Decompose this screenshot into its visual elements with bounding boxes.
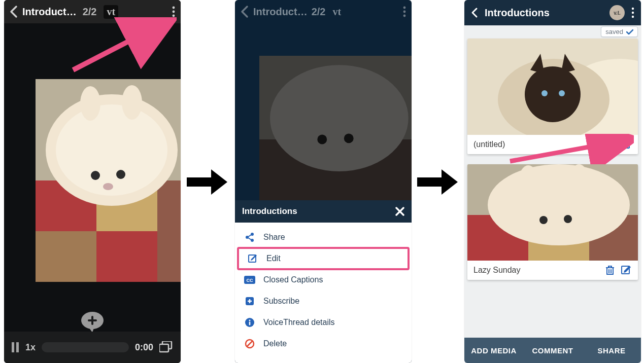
menu-item-details[interactable]: VoiceThread details [235, 312, 412, 333]
screen-player: Introduct… 2/2 vt [4, 0, 181, 363]
svg-point-77 [570, 164, 588, 193]
slide-thumbnail [467, 164, 638, 261]
comment-button[interactable]: COMMENT [523, 338, 582, 363]
svg-point-31 [270, 65, 409, 171]
player-stage[interactable] [4, 23, 181, 332]
edit-icon[interactable] [621, 265, 632, 276]
edit-icon[interactable] [621, 139, 632, 150]
player-bottombar: 1x 0:00 [4, 332, 181, 363]
svg-rect-21 [16, 342, 19, 352]
trash-icon[interactable] [604, 139, 616, 150]
back-icon [240, 5, 249, 18]
button-label: COMMENT [532, 346, 573, 355]
svg-point-54 [632, 16, 634, 18]
saved-indicator: saved [601, 26, 638, 37]
share-button[interactable]: SHARE [582, 338, 641, 363]
svg-rect-88 [417, 177, 442, 187]
svg-point-1 [173, 11, 175, 13]
more-menu-icon[interactable] [172, 5, 176, 18]
svg-rect-63 [607, 142, 613, 149]
slide-caption: (untitled) [473, 140, 599, 149]
svg-point-27 [403, 11, 406, 13]
svg-rect-8 [96, 231, 157, 282]
slide-image [36, 79, 181, 282]
svg-point-61 [541, 90, 548, 96]
back-icon[interactable] [9, 5, 18, 18]
menu-item-edit[interactable]: Edit [238, 248, 409, 269]
svg-point-13 [103, 183, 113, 190]
pause-icon[interactable] [11, 342, 19, 352]
edit-icon [247, 253, 258, 264]
menu-item-share[interactable]: Share [235, 227, 412, 248]
svg-point-73 [488, 164, 630, 245]
svg-point-10 [56, 104, 167, 196]
menu-item-cc[interactable]: CC Closed Captions [235, 269, 412, 291]
screen-menu: Introduct… 2/2 vt Introductions [235, 0, 412, 363]
menu-label: Closed Captions [263, 275, 323, 284]
svg-rect-86 [187, 177, 211, 187]
svg-rect-80 [608, 266, 612, 268]
menu-label: Delete [263, 339, 287, 348]
svg-point-58 [525, 66, 581, 122]
slide-card[interactable]: (untitled) [467, 39, 638, 154]
saved-label: saved [605, 28, 623, 35]
svg-point-76 [519, 165, 537, 194]
back-icon[interactable] [470, 7, 479, 18]
slide-card[interactable]: Lazy Sunday [467, 164, 638, 280]
more-menu-icon [402, 5, 406, 18]
svg-point-28 [403, 15, 406, 17]
avatar[interactable]: v.t. [609, 5, 625, 20]
info-icon [244, 317, 255, 328]
svg-rect-7 [36, 231, 96, 282]
svg-marker-89 [442, 169, 458, 195]
add-media-button[interactable]: ADD MEDIA [464, 338, 523, 363]
flow-arrow-icon [417, 167, 458, 197]
add-comment-button[interactable] [77, 311, 108, 334]
svg-rect-20 [12, 342, 14, 352]
svg-point-0 [173, 7, 175, 9]
svg-point-14 [80, 86, 100, 121]
subscribe-icon [244, 296, 255, 306]
close-icon[interactable] [395, 207, 404, 216]
playback-speed[interactable]: 1x [25, 342, 36, 353]
svg-point-75 [564, 215, 572, 223]
menu-item-subscribe[interactable]: Subscribe [235, 291, 412, 312]
progress-bar[interactable] [42, 342, 129, 352]
button-label: ADD MEDIA [471, 346, 517, 355]
svg-line-40 [248, 238, 251, 240]
playback-time: 0:00 [135, 342, 153, 353]
svg-point-2 [173, 15, 175, 17]
svg-rect-49 [249, 322, 251, 325]
menu-item-delete[interactable]: Delete [235, 333, 412, 354]
dim-title: Introduct… [253, 6, 308, 18]
svg-point-12 [116, 170, 125, 179]
more-menu-icon[interactable] [631, 7, 635, 19]
svg-point-48 [249, 320, 251, 321]
svg-point-11 [91, 171, 100, 180]
slide-caption-row: (untitled) [467, 135, 638, 154]
menu-title: Introductions [242, 206, 297, 216]
menu-label: Share [263, 233, 285, 242]
svg-point-32 [317, 135, 327, 144]
slide-list[interactable]: (untitled) [467, 39, 638, 338]
menu-header: Introductions [235, 200, 412, 223]
svg-text:CC: CC [247, 278, 253, 283]
dimmed-slide-image [259, 56, 412, 202]
check-icon [626, 29, 633, 35]
svg-point-62 [559, 90, 565, 96]
svg-point-26 [403, 7, 406, 9]
svg-line-39 [248, 235, 251, 237]
player-topbar: Introduct… 2/2 vt [4, 0, 181, 23]
button-label: SHARE [597, 346, 625, 355]
svg-point-33 [344, 133, 354, 143]
svg-marker-87 [211, 169, 227, 195]
dimmed-topbar: Introduct… 2/2 vt [235, 0, 412, 23]
cc-icon: CC [244, 276, 255, 284]
screen-editor: Introductions v.t. saved [464, 0, 641, 363]
vt-badge[interactable]: vt [104, 5, 118, 19]
svg-point-52 [632, 8, 634, 10]
slide-caption: Lazy Sunday [473, 266, 599, 275]
tiles-icon[interactable] [159, 341, 174, 353]
player-title: Introduct… [22, 6, 77, 18]
trash-icon[interactable] [604, 265, 616, 276]
